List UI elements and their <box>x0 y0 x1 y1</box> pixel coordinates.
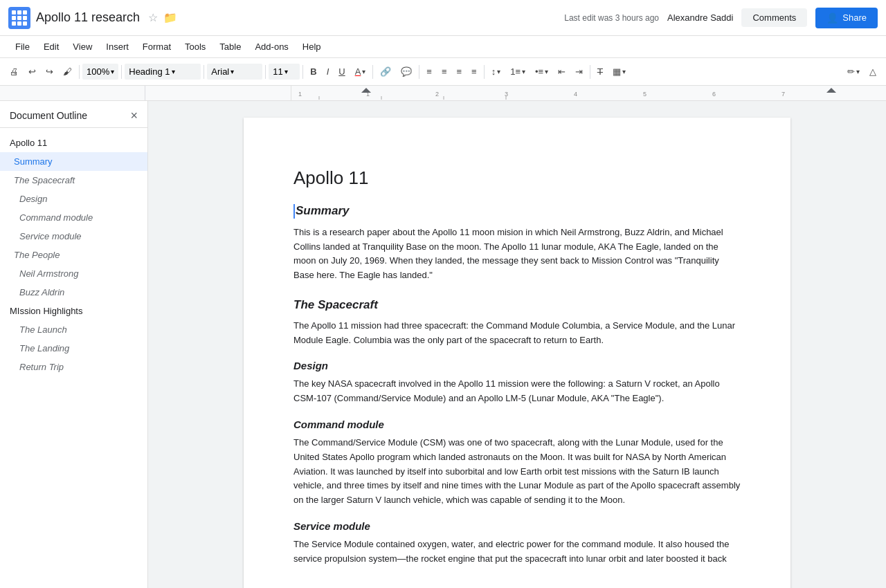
outline-item-landing[interactable]: The Landing <box>0 339 147 358</box>
ruler-svg: 1 1 2 3 4 5 6 7 <box>291 86 886 101</box>
outline-item-service-module[interactable]: Service module <box>0 227 147 246</box>
doc-para-service-module[interactable]: The Service Module contained oxygen, wat… <box>293 538 741 567</box>
menu-edit[interactable]: Edit <box>37 39 66 55</box>
toolbar: 🖨 ↩ ↪ 🖌 100% ▾ Heading 1 ▾ Arial ▾ 11 ▾ … <box>0 58 886 86</box>
grid-icon <box>12 10 27 26</box>
svg-text:1: 1 <box>298 91 302 98</box>
doc-page[interactable]: Apollo 11 Summary This is a research pap… <box>244 118 790 588</box>
user-name: Alexandre Saddi <box>667 12 733 23</box>
heading-style-select[interactable]: Heading 1 ▾ <box>125 64 201 80</box>
bulleted-list-icon: •≡ <box>535 66 543 77</box>
outline-item-design[interactable]: Design <box>0 190 147 208</box>
outline-item-people[interactable]: The People <box>0 246 147 264</box>
comment-button[interactable]: 💬 <box>397 63 416 80</box>
decrease-indent-button[interactable]: ⇤ <box>554 63 570 80</box>
doc-heading-command-module: Command module <box>293 419 741 430</box>
align-right-icon: ≡ <box>457 66 462 77</box>
underline-button[interactable]: U <box>334 63 349 80</box>
outline-item-launch[interactable]: The Launch <box>0 320 147 339</box>
doc-heading-summary: Summary <box>293 204 741 219</box>
folder-icon[interactable]: 📁 <box>163 11 177 24</box>
doc-area[interactable]: Apollo 11 Summary This is a research pap… <box>148 101 886 588</box>
clear-formatting-button[interactable]: T̶ <box>593 63 607 80</box>
italic-button[interactable]: I <box>323 63 334 80</box>
doc-title-heading: Apollo 11 <box>293 167 741 189</box>
doc-para-command-module[interactable]: The Command/Service Module (CSM) was one… <box>293 436 741 508</box>
outline-item-neil[interactable]: Neil Armstrong <box>0 264 147 283</box>
bold-button[interactable]: B <box>306 63 320 80</box>
outline-item-command-module[interactable]: Command module <box>0 208 147 227</box>
numbered-list-chevron: ▾ <box>522 68 525 75</box>
font-size-value: 11 <box>273 66 282 77</box>
outline-item-apollo11[interactable]: Apollo 11 <box>0 134 147 152</box>
menu-tools[interactable]: Tools <box>178 39 213 55</box>
numbered-list-icon: 1≡ <box>510 66 521 77</box>
text-cursor <box>293 204 295 218</box>
line-spacing-button[interactable]: ↕ ▾ <box>487 63 505 80</box>
line-spacing-chevron: ▾ <box>497 68 500 75</box>
heading-chevron: ▾ <box>172 68 175 75</box>
star-icon[interactable]: ☆ <box>148 11 158 24</box>
align-center-button[interactable]: ≡ <box>437 63 451 80</box>
redo-button[interactable]: ↪ <box>42 63 57 80</box>
menu-insert[interactable]: Insert <box>99 39 136 55</box>
outline-item-spacecraft[interactable]: The Spacecraft <box>0 171 147 190</box>
doc-para-design[interactable]: The key NASA spacecraft involved in the … <box>293 377 741 406</box>
top-bar-right: Last edit was 3 hours ago Alexandre Sadd… <box>564 8 878 28</box>
text-color-button[interactable]: A ▾ <box>351 63 370 80</box>
align-left-button[interactable]: ≡ <box>422 63 436 80</box>
align-left-icon: ≡ <box>426 66 432 77</box>
svg-text:6: 6 <box>712 91 716 98</box>
menu-help[interactable]: Help <box>296 39 328 55</box>
font-size-select[interactable]: 11 ▾ <box>269 64 300 80</box>
menu-file[interactable]: File <box>8 39 37 55</box>
menu-view[interactable]: View <box>66 39 99 55</box>
paint-format-icon: 🖌 <box>63 66 72 77</box>
app-grid-button[interactable] <box>8 7 30 29</box>
font-chevron: ▾ <box>230 68 234 75</box>
outline-item-summary[interactable]: Summary <box>0 152 147 171</box>
zoom-select[interactable]: 100% ▾ <box>82 64 118 80</box>
undo-button[interactable]: ↩ <box>24 63 40 80</box>
link-icon: 🔗 <box>380 66 391 77</box>
increase-indent-button[interactable]: ⇥ <box>571 63 587 80</box>
column-ruler-icon: ▦ <box>613 66 621 77</box>
paint-format-button[interactable]: 🖌 <box>59 63 76 80</box>
doc-para-spacecraft[interactable]: The Apollo 11 mission had three spacecra… <box>293 319 741 348</box>
separator-4 <box>265 65 266 79</box>
column-ruler-button[interactable]: ▦ ▾ <box>608 63 630 80</box>
link-button[interactable]: 🔗 <box>376 63 395 80</box>
menu-addons[interactable]: Add-ons <box>248 39 295 55</box>
numbered-list-button[interactable]: 1≡ ▾ <box>506 63 530 80</box>
comments-button[interactable]: Comments <box>741 8 807 27</box>
font-select[interactable]: Arial ▾ <box>207 64 262 80</box>
doc-para-summary[interactable]: This is a research paper about the Apoll… <box>293 226 741 283</box>
collapse-toolbar-button[interactable]: △ <box>865 63 880 80</box>
menu-format[interactable]: Format <box>136 39 178 55</box>
increase-indent-icon: ⇥ <box>575 66 583 77</box>
justify-button[interactable]: ≡ <box>467 63 481 80</box>
align-right-button[interactable]: ≡ <box>453 63 467 80</box>
share-user-icon: 👤 <box>826 12 838 24</box>
close-sidebar-button[interactable]: × <box>130 109 138 122</box>
menu-bar: File Edit View Insert Format Tools Table… <box>0 36 886 58</box>
top-bar: Apollo 11 research ☆ 📁 Last edit was 3 h… <box>0 0 886 36</box>
bulleted-list-chevron: ▾ <box>545 68 548 75</box>
outline-item-return[interactable]: Return Trip <box>0 358 147 376</box>
undo-icon: ↩ <box>28 66 36 77</box>
underline-icon: U <box>338 66 345 77</box>
bold-icon: B <box>310 66 316 77</box>
outline-item-mission-highlights[interactable]: MIssion Highlights <box>0 302 147 320</box>
bulleted-list-button[interactable]: •≡ ▾ <box>531 63 552 80</box>
doc-heading-spacecraft: The Spacecraft <box>293 298 741 312</box>
menu-table[interactable]: Table <box>213 39 248 55</box>
comment-icon: 💬 <box>401 66 412 77</box>
share-label: Share <box>842 12 867 23</box>
main-area: Document Outline × Apollo 11 Summary The… <box>0 101 886 588</box>
edit-mode-button[interactable]: ✏ ▾ <box>843 63 864 80</box>
sidebar-title: Document Outline <box>10 110 87 121</box>
outline-item-buzz[interactable]: Buzz Aldrin <box>0 283 147 302</box>
share-button[interactable]: 👤 Share <box>815 8 878 28</box>
svg-text:7: 7 <box>781 91 785 98</box>
print-button[interactable]: 🖨 <box>6 63 23 80</box>
